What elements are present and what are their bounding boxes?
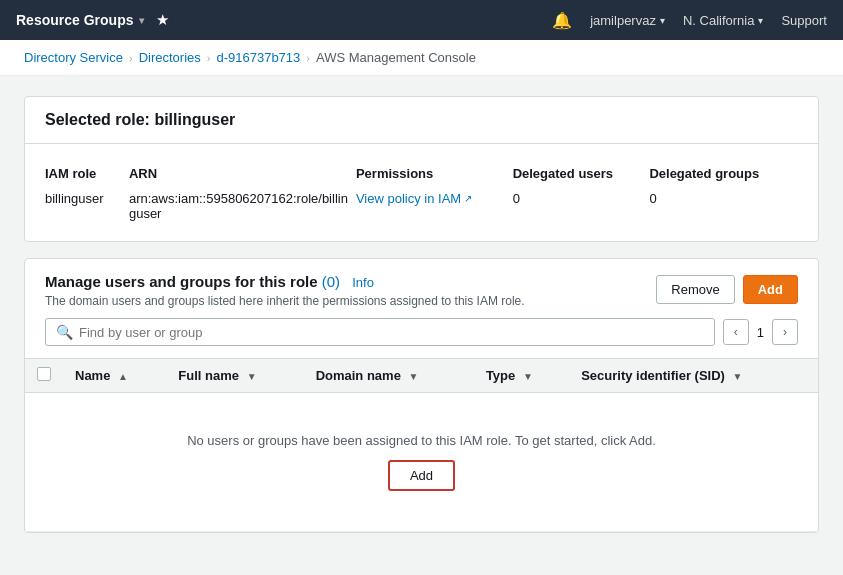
nav-bookmark-icon[interactable]: ★ (156, 11, 169, 29)
role-card-title: Selected role: billinguser (45, 111, 798, 129)
breadcrumb-sep-2: › (207, 52, 211, 64)
search-wrap: 🔍 (45, 318, 715, 346)
empty-state-cell: No users or groups have been assigned to… (25, 393, 818, 532)
type-sort-icon[interactable]: ▼ (523, 371, 533, 382)
empty-add-button[interactable]: Add (388, 460, 455, 491)
empty-message: No users or groups have been assigned to… (187, 433, 656, 448)
top-navigation: Resource Groups ▾ ★ 🔔 jamilpervaz ▾ N. C… (0, 0, 843, 40)
delegated-users-value: 0 (513, 187, 650, 225)
prev-page-button[interactable]: ‹ (723, 319, 749, 345)
search-pagination-row: 🔍 ‹ 1 › (25, 318, 818, 358)
permissions-value: View policy in IAM ↗ (356, 187, 513, 225)
iam-role-value: billinguser (45, 187, 129, 225)
manage-subtitle: The domain users and groups listed here … (45, 294, 525, 308)
user-chevron-icon: ▾ (660, 15, 665, 26)
col-header-permissions: Permissions (356, 160, 513, 187)
arn-value: arn:aws:iam::595806207162:role/billingus… (129, 187, 356, 225)
search-bar: 🔍 (45, 318, 715, 346)
view-policy-link[interactable]: View policy in IAM ↗ (356, 191, 472, 206)
breadcrumb-sep-3: › (306, 52, 310, 64)
user-menu[interactable]: jamilpervaz ▾ (590, 13, 665, 28)
nav-title-group[interactable]: Resource Groups ▾ (16, 12, 144, 28)
nav-icons-group: 🔔 jamilpervaz ▾ N. California ▾ Support (552, 11, 827, 30)
select-all-checkbox[interactable] (37, 367, 51, 381)
manage-actions: Remove Add (656, 275, 798, 304)
role-card-header: Selected role: billinguser (25, 97, 818, 144)
manage-info-link[interactable]: Info (352, 275, 374, 290)
search-icon: 🔍 (56, 324, 73, 340)
search-input[interactable] (79, 325, 704, 340)
next-page-button[interactable]: › (772, 319, 798, 345)
region-chevron-icon: ▾ (758, 15, 763, 26)
page-number: 1 (757, 325, 764, 340)
role-table-row: billinguser arn:aws:iam::595806207162:ro… (45, 187, 798, 225)
manage-card: Manage users and groups for this role (0… (24, 258, 819, 533)
col-header-type: Type ▼ (474, 359, 569, 393)
external-link-icon: ↗ (464, 193, 472, 204)
notification-bell-icon[interactable]: 🔔 (552, 11, 572, 30)
col-header-delegated-users: Delegated users (513, 160, 650, 187)
col-header-name: Name ▲ (63, 359, 166, 393)
breadcrumb-directory-id[interactable]: d-916737b713 (216, 50, 300, 65)
table-header-row: Name ▲ Full name ▼ Domain name ▼ Type ▼ (25, 359, 818, 393)
col-header-delegated-groups: Delegated groups (649, 160, 798, 187)
name-sort-icon[interactable]: ▲ (118, 371, 128, 382)
empty-state-row: No users or groups have been assigned to… (25, 393, 818, 532)
data-table: Name ▲ Full name ▼ Domain name ▼ Type ▼ (25, 358, 818, 532)
support-link[interactable]: Support (781, 13, 827, 28)
select-all-header (25, 359, 63, 393)
breadcrumb-directories[interactable]: Directories (139, 50, 201, 65)
breadcrumb-current: AWS Management Console (316, 50, 476, 65)
col-header-fullname: Full name ▼ (166, 359, 303, 393)
region-menu[interactable]: N. California ▾ (683, 13, 764, 28)
username-label: jamilpervaz (590, 13, 656, 28)
col-header-arn: ARN (129, 160, 356, 187)
role-table: IAM role ARN Permissions Delegated users… (45, 160, 798, 225)
region-label: N. California (683, 13, 755, 28)
sid-sort-icon[interactable]: ▼ (733, 371, 743, 382)
col-header-iam-role: IAM role (45, 160, 129, 187)
breadcrumb: Directory Service › Directories › d-9167… (0, 40, 843, 76)
nav-title-chevron: ▾ (139, 15, 144, 26)
role-card-body: IAM role ARN Permissions Delegated users… (25, 144, 818, 241)
main-content: Selected role: billinguser IAM role ARN … (0, 76, 843, 569)
domain-sort-icon[interactable]: ▼ (409, 371, 419, 382)
breadcrumb-directory-service[interactable]: Directory Service (24, 50, 123, 65)
remove-button[interactable]: Remove (656, 275, 734, 304)
delegated-groups-value: 0 (649, 187, 798, 225)
col-header-domain: Domain name ▼ (304, 359, 474, 393)
col-header-sid: Security identifier (SID) ▼ (569, 359, 818, 393)
nav-title: Resource Groups (16, 12, 133, 28)
manage-title-group: Manage users and groups for this role (0… (45, 273, 525, 308)
manage-count: (0) (322, 273, 340, 290)
empty-state: No users or groups have been assigned to… (37, 403, 806, 521)
breadcrumb-sep-1: › (129, 52, 133, 64)
add-button[interactable]: Add (743, 275, 798, 304)
manage-card-header: Manage users and groups for this role (0… (25, 259, 818, 318)
role-card: Selected role: billinguser IAM role ARN … (24, 96, 819, 242)
fullname-sort-icon[interactable]: ▼ (247, 371, 257, 382)
manage-title: Manage users and groups for this role (0… (45, 273, 525, 290)
